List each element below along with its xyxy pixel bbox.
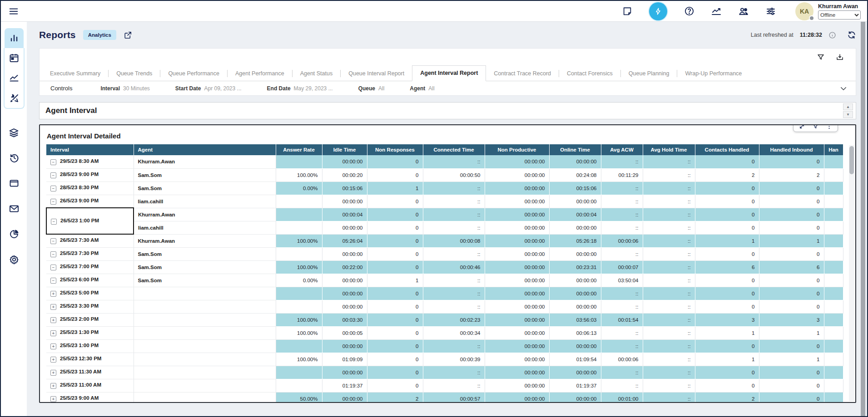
tab-agent-performance[interactable]: Agent Performance [228,66,292,81]
collapse-icon[interactable]: − [50,172,56,178]
filter-icon[interactable] [817,53,825,61]
column-header-non-responses[interactable]: Non Responses [367,144,423,155]
interval-cell[interactable]: +25/5/23 5:00 PM [46,287,134,300]
expand-row-icon[interactable]: + [50,383,56,389]
interval-cell[interactable]: +25/5/23 3:30 PM [46,300,134,313]
tab-queue-trends[interactable]: Queue Trends [109,66,160,81]
menu-icon[interactable] [8,6,19,17]
refresh-icon[interactable] [847,30,856,39]
collapse-icon[interactable]: − [50,238,56,244]
column-header-avg-acw[interactable]: Avg ACW [601,144,643,155]
column-header-online-time[interactable]: Online Time [549,144,601,155]
collapse-icon[interactable]: − [50,186,56,191]
tab-contact-forensics[interactable]: Contact Forensics [559,66,620,81]
status-select[interactable]: Offline [818,10,861,20]
expand-row-icon[interactable]: + [50,357,56,363]
interval-cell[interactable]: +25/5/23 1:30 PM [46,326,134,339]
tab-contract-trace-record[interactable]: Contract Trace Record [486,66,559,81]
collapse-icon[interactable]: − [51,219,57,225]
interval-cell[interactable]: −26/5/23 7:30 AM [46,234,134,247]
control-agent[interactable]: AgentAll [410,85,434,92]
collapse-icon[interactable]: − [50,251,56,257]
sidebar-item-browser[interactable] [5,173,24,193]
tab-wrap-up-performance[interactable]: Wrap-Up Performance [677,66,749,81]
scroll-down-button[interactable]: ▼ [843,111,853,118]
interval-cell[interactable]: −25/5/23 7:00 PM [46,260,134,274]
expand-row-icon[interactable]: + [50,330,56,336]
control-end-date[interactable]: End DateMay 29, 2023 ... [267,85,333,92]
collapse-icon[interactable]: − [50,265,56,270]
collapse-icon[interactable]: − [50,278,56,284]
sidebar-item-history[interactable] [5,148,24,168]
contacts-icon[interactable] [738,6,749,17]
trend-icon[interactable] [711,6,722,17]
interval-cell[interactable]: −25/5/23 7:30 PM [46,247,134,260]
sidebar-item-reports[interactable] [5,28,24,48]
sidebar-item-wallboard[interactable] [5,224,24,244]
page-scrollbar-thumb[interactable] [861,22,865,416]
column-header-avg-hold-time[interactable]: Avg Hold Time [643,144,695,155]
expand-row-icon[interactable]: + [50,291,56,297]
sidebar-item-layers[interactable] [5,123,24,142]
expand-row-icon[interactable]: + [50,317,56,323]
tab-agent-status[interactable]: Agent Status [293,66,341,81]
expand-row-icon[interactable]: + [50,304,56,310]
table-scrollbar-thumb[interactable] [849,146,854,174]
agent-cell: Sam.Som [134,168,276,182]
bolt-icon[interactable] [649,2,667,20]
expand-row-icon[interactable]: + [50,370,56,376]
expand-row-icon[interactable]: + [50,343,56,349]
download-icon[interactable] [836,53,844,61]
sliders-icon[interactable] [765,6,776,17]
interval-cell[interactable]: −26/5/23 9:00 PM [46,195,134,208]
tab-agent-interval-report[interactable]: Agent Interval Report [412,65,486,81]
control-interval[interactable]: Interval30 Minutes [100,85,149,92]
interval-cell[interactable]: −25/5/23 6:00 PM [46,274,134,287]
column-header-contacts-handled[interactable]: Contacts Handled [695,144,759,155]
interval-cell[interactable]: +25/5/23 12:30 PM [46,353,134,366]
column-header-non-productive[interactable]: Non Productive [485,144,549,155]
interval-cell[interactable]: +25/5/23 1:00 PM [46,339,134,353]
interval-cell[interactable]: +25/5/23 9:00 AM [46,392,134,403]
column-header-answer-rate[interactable]: Answer Rate [276,144,322,155]
tab-queue-planning[interactable]: Queue Planning [621,66,677,81]
interval-cell[interactable]: +25/5/23 2:00 PM [46,313,134,326]
notes-icon[interactable] [622,6,633,17]
collapse-icon[interactable]: − [50,159,56,165]
external-link-icon[interactable] [124,31,132,39]
sidebar-item-schedule[interactable] [5,48,24,68]
sidebar-item-analytics[interactable] [5,68,24,88]
column-header-connected-time[interactable]: Connected Time [423,144,485,155]
control-queue[interactable]: QueueAll [358,85,385,92]
column-header-agent[interactable]: Agent [134,144,276,155]
interval-cell[interactable]: −29/5/23 8:30 AM [46,155,134,168]
sidebar-item-mail[interactable] [5,199,24,219]
column-header-interval[interactable]: Interval [46,144,134,155]
tab-queue-performance[interactable]: Queue Performance [160,66,227,81]
interval-cell[interactable]: +25/5/23 11:30 AM [46,366,134,379]
info-icon[interactable] [828,31,836,39]
interval-cell[interactable]: −26/5/23 1:00 PM [46,208,134,234]
tab-executive-summary[interactable]: Executive Summary [42,66,108,81]
column-header-han[interactable]: Han [824,144,843,155]
tab-queue-interval-report[interactable]: Queue Interval Report [341,66,412,81]
help-icon[interactable] [684,6,694,17]
interval-cell[interactable]: −28/5/23 9:00 PM [46,168,134,182]
visual-filter-icon[interactable] [812,124,819,130]
chevron-down-icon[interactable] [839,84,848,93]
avatar[interactable]: KA [795,2,813,20]
expand-row-icon[interactable]: + [50,396,56,402]
column-header-handled-inbound[interactable]: Handled Inbound [759,144,824,155]
column-header-idle-time[interactable]: Idle Time [322,144,367,155]
control-start-date[interactable]: Start DateApr 09, 2023 ... [175,85,242,92]
scroll-up-button[interactable]: ▲ [843,103,853,110]
page-scrollbar[interactable] [860,22,866,416]
collapse-icon[interactable]: − [50,199,56,205]
sidebar-item-settings[interactable] [5,250,24,270]
more-options-icon[interactable] [826,124,833,130]
interval-cell[interactable]: −28/5/23 8:30 PM [46,182,134,195]
interval-cell[interactable]: +25/5/23 11:00 AM [46,379,134,392]
table-scrollbar[interactable] [849,145,854,401]
sidebar-item-customize[interactable] [5,88,24,108]
expand-icon[interactable] [799,124,805,130]
